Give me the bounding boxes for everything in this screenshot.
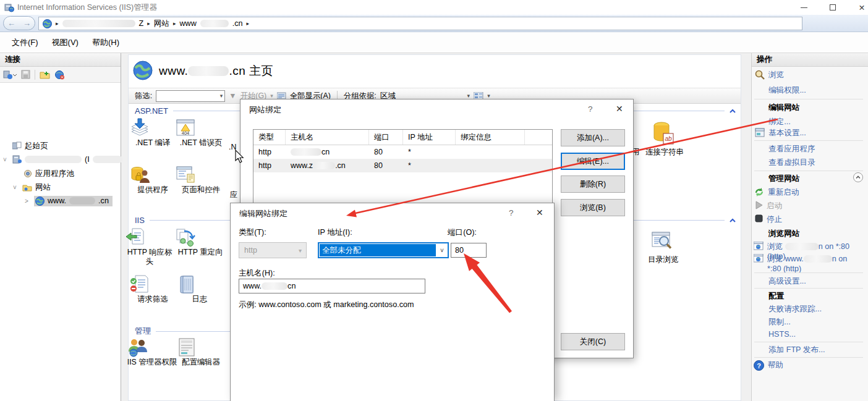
- feature-http-redirect[interactable]: HTTP 重定向: [174, 227, 226, 257]
- action-group-configure: 配置: [768, 291, 784, 301]
- collapse-chevron-icon[interactable]: ˃: [25, 198, 31, 205]
- tree-sites[interactable]: ˅ 网站: [13, 181, 51, 193]
- browse-button[interactable]: 浏览(B): [561, 199, 625, 216]
- actions-title: 操作: [752, 53, 868, 67]
- action-browse-site-2[interactable]: 浏览 www.n on *:80 (http): [754, 254, 865, 274]
- redacted-site-name: [200, 20, 229, 27]
- feature-http-response-headers[interactable]: HTTP 响应标头: [125, 227, 174, 266]
- start-icon: [755, 201, 763, 209]
- connect-server-icon[interactable]: [3, 70, 17, 80]
- directory-browsing-icon[interactable]: [650, 230, 674, 253]
- menu-help[interactable]: 帮助(H): [85, 33, 126, 52]
- action-view-applications[interactable]: 查看应用程序: [768, 144, 815, 154]
- dialog-close-icon[interactable]: ✕: [616, 104, 623, 114]
- crumb-site-prefix[interactable]: www: [179, 19, 196, 28]
- action-limits[interactable]: 限制...: [768, 317, 791, 327]
- action-advanced-settings[interactable]: 高级设置...: [768, 276, 806, 286]
- feature-providers[interactable]: 提供程序: [129, 164, 176, 195]
- stop-icon: [755, 214, 763, 222]
- net-compilation-icon: [129, 117, 176, 138]
- action-basic-settings[interactable]: 基本设置...: [755, 128, 806, 138]
- magnifier-icon: [755, 70, 765, 80]
- connection-strings-icon[interactable]: ab: [652, 121, 675, 146]
- delete-button[interactable]: 删除(R): [561, 175, 625, 193]
- filter-input[interactable]: ▾: [156, 90, 225, 102]
- view-mode-caret-icon[interactable]: ▾: [487, 93, 490, 99]
- minimize-button[interactable]: [791, 0, 816, 15]
- crumb-sites[interactable]: 网站: [154, 19, 169, 29]
- action-bindings[interactable]: 绑定...: [768, 117, 791, 127]
- http-redirect-icon: [174, 227, 226, 248]
- edit-button[interactable]: 编辑(E)...: [561, 153, 625, 170]
- scroll-gutter: [741, 53, 751, 401]
- address-bar: ← → ▸ Z ▸ 网站 ▸ www .cn ▸ ⇆ ✕ ?: [0, 15, 868, 32]
- expand-chevron-icon[interactable]: ˅: [3, 156, 9, 163]
- redacted-server-name: [62, 20, 135, 27]
- feature-directory-browsing-label[interactable]: 目录浏览: [648, 255, 679, 265]
- maximize-button[interactable]: [820, 0, 845, 15]
- close-dialog-button[interactable]: 关闭(C): [561, 333, 625, 350]
- section-collapse-icon[interactable]: [730, 109, 736, 114]
- action-edit-permissions[interactable]: 编辑权限...: [768, 85, 806, 95]
- tree-app-pools[interactable]: 应用程序池: [23, 167, 74, 180]
- tree-site-www[interactable]: ˃ www. .cn: [25, 195, 113, 207]
- table-row-selected[interactable]: http www.z.cn 80 *: [253, 159, 552, 172]
- action-failed-request-tracing[interactable]: 失败请求跟踪...: [768, 304, 822, 314]
- filter-label: 筛选:: [135, 91, 152, 101]
- edit-binding-dialog: 编辑网站绑定 ? ✕ 类型(T): http▾ IP 地址(I): 全部未分配˅…: [230, 203, 555, 401]
- panel-collapse-icon[interactable]: [853, 172, 863, 182]
- tree-start-page[interactable]: 起始页: [12, 140, 48, 152]
- disconnect-icon[interactable]: [54, 70, 65, 80]
- connections-panel: 连接 起始页 ˅ (I 应用程序池 ˅ 网站 ˃ www. .cn: [0, 53, 121, 401]
- dialog-title: 编辑网站绑定: [239, 208, 287, 219]
- feature-net-error-pages[interactable]: 404 .NET 错误页: [175, 117, 227, 148]
- crumb-site-suffix[interactable]: .cn: [232, 19, 243, 28]
- feature-iis-manager-permissions[interactable]: IIS 管理器权限: [127, 337, 177, 367]
- action-add-ftp-publishing[interactable]: 添加 FTP 发布...: [768, 345, 825, 355]
- action-restart[interactable]: 重新启动: [754, 187, 799, 197]
- group-label: IIS: [135, 216, 145, 225]
- back-icon[interactable]: ←: [7, 19, 15, 28]
- port-input[interactable]: 80: [451, 243, 487, 258]
- tree-server-node[interactable]: ˅ (I: [3, 153, 122, 166]
- iis-app-icon: [4, 2, 14, 12]
- redacted-server-name: [25, 156, 82, 163]
- feature-configuration-editor[interactable]: 配置编辑器: [176, 337, 226, 367]
- feature-connection-strings-label[interactable]: 连接字符串: [645, 147, 684, 158]
- host-name-label: 主机名(H):: [239, 268, 275, 279]
- expand-chevron-icon[interactable]: ˅: [13, 184, 19, 191]
- go-caret-icon: ▾: [270, 93, 273, 99]
- iis-manager-permissions-icon: [127, 337, 177, 358]
- table-row[interactable]: http cn 80 *: [253, 145, 552, 159]
- crumb-separator-icon: ▸: [247, 20, 250, 27]
- close-button[interactable]: ✕: [849, 0, 868, 15]
- action-help[interactable]: ? 帮助: [754, 360, 783, 371]
- browse-site-icon: [754, 242, 764, 250]
- chevron-down-icon[interactable]: ˅: [436, 243, 448, 257]
- section-collapse-icon[interactable]: [730, 218, 736, 223]
- action-view-virtual-directories[interactable]: 查看虚拟目录: [768, 158, 815, 167]
- breadcrumb[interactable]: ▸ Z ▸ 网站 ▸ www .cn ▸: [38, 17, 802, 30]
- feature-net-compilation[interactable]: .NET 编译: [129, 117, 176, 148]
- add-button[interactable]: 添加(A)...: [561, 129, 625, 146]
- forward-icon[interactable]: →: [23, 19, 31, 28]
- feature-pages-controls[interactable]: 页面和控件: [175, 164, 227, 195]
- group-by-caret-icon[interactable]: ▾: [467, 93, 470, 99]
- globe-icon: [43, 19, 52, 28]
- action-hsts[interactable]: HSTS...: [768, 329, 796, 339]
- action-stop[interactable]: 停止: [755, 214, 782, 224]
- new-folder-icon[interactable]: [40, 70, 50, 79]
- dialog-help-icon[interactable]: ?: [588, 104, 593, 114]
- menu-view[interactable]: 视图(V): [45, 33, 85, 52]
- dialog-close-icon[interactable]: ✕: [536, 208, 543, 217]
- col-ip: IP 地址: [403, 130, 456, 145]
- window-title: Internet Information Services (IIS)管理器: [17, 2, 157, 13]
- dialog-help-icon[interactable]: ?: [509, 208, 514, 217]
- menu-file[interactable]: 文件(F): [5, 33, 45, 52]
- host-name-input[interactable]: www.cn: [239, 279, 425, 293]
- feature-request-filtering[interactable]: 请求筛选: [129, 274, 176, 304]
- feature-logging[interactable]: 日志: [176, 274, 223, 304]
- ip-address-select[interactable]: 全部未分配˅: [318, 242, 449, 258]
- action-browse[interactable]: 浏览: [755, 70, 784, 80]
- basic-settings-icon: [755, 128, 765, 137]
